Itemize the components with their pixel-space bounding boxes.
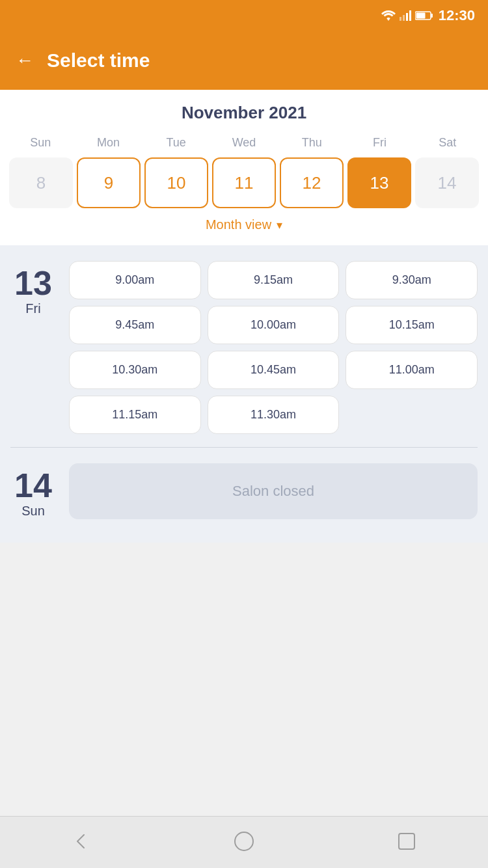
month-year-label: November 2021 [7, 103, 481, 123]
weekday-sun: Sun [7, 133, 74, 152]
back-button[interactable]: ← [16, 50, 34, 71]
status-icons [381, 10, 433, 21]
day-8[interactable]: 8 [9, 157, 73, 208]
slots-grid-13: 9.00am 9.15am 9.30am 9.45am 10.00am 10.1… [69, 261, 478, 434]
slot-915am[interactable]: 9.15am [208, 261, 340, 299]
month-view-label: Month view [206, 217, 271, 232]
day-9[interactable]: 9 [77, 157, 141, 208]
weekday-fri: Fri [346, 133, 413, 152]
svg-rect-6 [416, 13, 425, 19]
day-12[interactable]: 12 [280, 157, 344, 208]
slot-930am[interactable]: 9.30am [346, 261, 478, 299]
month-view-toggle[interactable]: Month view ▾ [7, 208, 481, 239]
slot-1130am[interactable]: 11.30am [208, 396, 340, 434]
day-14-label: 14 Sun [10, 463, 56, 519]
chevron-down-icon: ▾ [277, 218, 282, 232]
slot-1115am[interactable]: 11.15am [69, 396, 201, 434]
day-14[interactable]: 14 [415, 157, 479, 208]
recent-nav-icon [395, 830, 418, 853]
svg-rect-1 [403, 15, 405, 21]
svg-point-7 [235, 832, 253, 850]
nav-recent-button[interactable] [395, 830, 418, 856]
day-11[interactable]: 11 [212, 157, 276, 208]
slot-945am[interactable]: 9.45am [69, 306, 201, 344]
day-13-number: 13 [14, 266, 52, 300]
back-nav-icon [70, 830, 93, 853]
slot-1000am[interactable]: 10.00am [208, 306, 340, 344]
slot-1045am[interactable]: 10.45am [208, 351, 340, 389]
wifi-icon [381, 10, 396, 21]
weekday-mon: Mon [74, 133, 142, 152]
time-section: 13 Fri 9.00am 9.15am 9.30am 9.45am 10.00… [0, 245, 488, 543]
page-title: Select time [47, 49, 150, 72]
weekday-thu: Thu [278, 133, 346, 152]
svg-rect-8 [399, 834, 414, 849]
salon-closed-card: Salon closed [69, 463, 478, 519]
svg-rect-0 [400, 17, 401, 21]
svg-rect-5 [431, 14, 433, 18]
day-13-name: Fri [25, 301, 40, 316]
home-nav-icon [232, 830, 256, 853]
svg-rect-2 [406, 13, 408, 21]
day-14-number: 14 [14, 468, 52, 502]
status-bar: 12:30 [0, 0, 488, 31]
day-block-14: 14 Sun Salon closed [10, 463, 478, 519]
days-row: 8 9 10 11 12 13 14 [7, 157, 481, 208]
day-10[interactable]: 10 [144, 157, 208, 208]
day-block-13: 13 Fri 9.00am 9.15am 9.30am 9.45am 10.00… [10, 261, 478, 434]
app-header: ← Select time [0, 31, 488, 90]
bottom-nav [0, 816, 488, 868]
weekday-wed: Wed [210, 133, 278, 152]
slot-1100am[interactable]: 11.00am [346, 351, 478, 389]
day-13-label: 13 Fri [10, 261, 56, 316]
nav-back-button[interactable] [70, 830, 93, 856]
battery-icon [415, 11, 433, 20]
weekday-row: Sun Mon Tue Wed Thu Fri Sat [7, 133, 481, 152]
nav-home-button[interactable] [232, 830, 256, 856]
day-13[interactable]: 13 [347, 157, 411, 208]
slot-900am[interactable]: 9.00am [69, 261, 201, 299]
signal-icon [400, 10, 411, 21]
weekday-tue: Tue [142, 133, 210, 152]
svg-rect-3 [409, 10, 411, 21]
status-time: 12:30 [439, 7, 475, 24]
weekday-sat: Sat [414, 133, 481, 152]
calendar-section: November 2021 Sun Mon Tue Wed Thu Fri Sa… [0, 90, 488, 245]
slot-1015am[interactable]: 10.15am [346, 306, 478, 344]
closed-block: Salon closed [69, 463, 478, 519]
day-14-name: Sun [21, 504, 45, 519]
day-divider [10, 447, 478, 448]
slot-1030am[interactable]: 10.30am [69, 351, 201, 389]
